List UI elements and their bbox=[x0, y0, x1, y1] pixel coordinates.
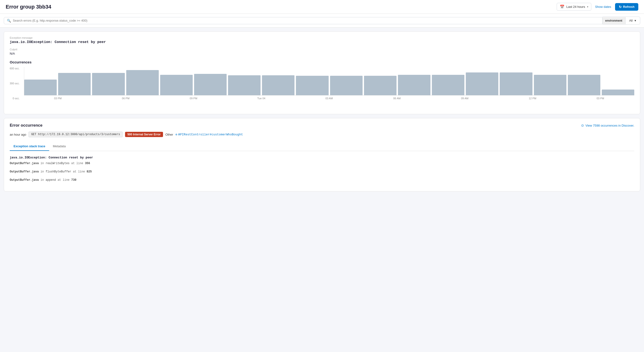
occurrence-card: Error occurrence ⊙ View 7598 occurrences… bbox=[4, 118, 640, 191]
error-badge: 500 Internal Server Error bbox=[125, 132, 163, 137]
view-in-discover-label: View 7598 occurrences in Discover. bbox=[586, 124, 634, 127]
environment-filter: environment All ▾ bbox=[602, 17, 640, 25]
occurrence-meta: an hour ago GET http://172.19.0.12:3000/… bbox=[10, 132, 634, 137]
chart-bar bbox=[296, 76, 328, 95]
chart-bar bbox=[262, 75, 294, 95]
refresh-icon: ↻ bbox=[619, 5, 622, 9]
chart-bar bbox=[602, 90, 634, 95]
chart-bar bbox=[92, 73, 124, 95]
exception-message-value: java.io.IOException: Connection reset by… bbox=[10, 40, 634, 44]
chart-bar bbox=[194, 74, 226, 95]
x-label: 12 PM bbox=[498, 97, 566, 100]
stack-method-1: realWriteBytes bbox=[46, 162, 70, 165]
other-label: Other bbox=[166, 133, 173, 136]
stack-linenum-3: 730 bbox=[71, 178, 76, 182]
x-label: 03 AM bbox=[295, 97, 363, 100]
page-title: Error group 3bb34 bbox=[6, 4, 553, 10]
tabs: Exception stack trace Metadata bbox=[10, 142, 634, 151]
chart-bar bbox=[126, 70, 159, 95]
y-label-low: 0 occ. bbox=[12, 97, 20, 100]
stack-file-1: OutputBuffer.java bbox=[10, 162, 39, 165]
chart-bar bbox=[432, 75, 464, 95]
chart-bar bbox=[330, 76, 362, 95]
controller-link[interactable]: ⚙ APIRestController#customerWhoBought bbox=[175, 133, 243, 136]
chart-bar bbox=[58, 73, 91, 95]
environment-select[interactable]: All ▾ bbox=[626, 17, 640, 24]
header-controls: 📅 Last 24 hours ▾ Show dates ↻ Refresh bbox=[557, 3, 638, 11]
chart-x-labels: 03 PM06 PM09 PMTue 0403 AM06 AM09 AM12 P… bbox=[24, 97, 634, 100]
chart-bar bbox=[500, 73, 532, 95]
culprit-label: Culprit bbox=[10, 48, 634, 51]
stack-method-2: flushByteBuffer bbox=[46, 170, 71, 173]
x-label: 06 AM bbox=[363, 97, 431, 100]
chart-bar bbox=[228, 75, 260, 95]
search-bar-container: 🔍 environment All ▾ bbox=[0, 14, 644, 28]
time-picker-label: Last 24 hours bbox=[566, 5, 585, 9]
stack-line-3: OutputBuffer.java in append at line 730 bbox=[10, 178, 634, 182]
x-label: 03 PM bbox=[24, 97, 92, 100]
refresh-label: Refresh bbox=[623, 5, 634, 9]
search-input-wrapper: 🔍 bbox=[4, 17, 602, 24]
exception-message-label: Exception message bbox=[10, 36, 634, 39]
chart-y-axis: 600 occ. 300 occ. 0 occ. bbox=[10, 67, 22, 100]
stack-line-1: OutputBuffer.java in realWriteBytes at l… bbox=[10, 161, 634, 166]
page-header: Error group 3bb34 📅 Last 24 hours ▾ Show… bbox=[0, 0, 644, 14]
y-label-high: 600 occ. bbox=[10, 67, 20, 70]
stack-line-2: OutputBuffer.java in flushByteBuffer at … bbox=[10, 170, 634, 174]
controller-name: APIRestController#customerWhoBought bbox=[178, 133, 243, 136]
stack-trace: java.io.IOException: Connection reset by… bbox=[10, 156, 634, 183]
x-label: 06 PM bbox=[92, 97, 160, 100]
culprit-value: N/A bbox=[10, 52, 634, 55]
x-label: 03 PM bbox=[566, 97, 634, 100]
request-badge: GET http://172.19.0.12:3000/api/products… bbox=[28, 132, 122, 137]
x-label: Tue 04 bbox=[227, 97, 295, 100]
view-in-discover-link[interactable]: ⊙ View 7598 occurrences in Discover. bbox=[581, 124, 634, 127]
calendar-icon: 📅 bbox=[560, 5, 564, 9]
tab-exception-stack-trace[interactable]: Exception stack trace bbox=[10, 142, 49, 151]
chart-bars bbox=[24, 67, 634, 96]
occurrences-title: Occurrences bbox=[10, 60, 634, 64]
refresh-button[interactable]: ↻ Refresh bbox=[615, 3, 638, 11]
stack-exception-title: java.io.IOException: Connection reset by… bbox=[10, 156, 634, 159]
stack-linenum-1: 356 bbox=[85, 162, 90, 165]
stack-linenum-2: 825 bbox=[86, 170, 92, 173]
environment-chevron-icon: ▾ bbox=[634, 19, 636, 22]
chevron-down-icon: ▾ bbox=[587, 6, 588, 8]
stack-method-3: append bbox=[46, 178, 56, 182]
link-icon: ⚙ bbox=[175, 133, 177, 136]
search-input[interactable] bbox=[13, 19, 600, 22]
search-icon: 🔍 bbox=[7, 19, 11, 23]
occurrence-title: Error occurrence bbox=[10, 123, 42, 128]
chart-bar bbox=[466, 73, 498, 95]
environment-selected-value: All bbox=[629, 19, 632, 22]
occurrence-header: Error occurrence ⊙ View 7598 occurrences… bbox=[10, 123, 634, 128]
stack-file-2: OutputBuffer.java bbox=[10, 170, 39, 173]
exception-card: Exception message java.io.IOException: C… bbox=[4, 31, 640, 114]
tab-metadata[interactable]: Metadata bbox=[49, 142, 70, 151]
time-picker[interactable]: 📅 Last 24 hours ▾ bbox=[557, 3, 591, 11]
show-dates-button[interactable]: Show dates bbox=[594, 4, 612, 10]
time-ago: an hour ago bbox=[10, 133, 26, 136]
chart-bar bbox=[398, 75, 430, 95]
chart-bar bbox=[534, 75, 566, 95]
chart-bar bbox=[160, 75, 193, 95]
x-label: 09 PM bbox=[160, 97, 228, 100]
stack-file-3: OutputBuffer.java bbox=[10, 178, 39, 182]
y-label-mid: 300 occ. bbox=[10, 82, 20, 85]
occurrences-chart: 600 occ. 300 occ. 0 occ. 03 PM06 PM09 PM… bbox=[10, 67, 634, 109]
main-content: Exception message java.io.IOException: C… bbox=[0, 28, 644, 195]
environment-filter-label: environment bbox=[602, 17, 626, 24]
x-label: 09 AM bbox=[431, 97, 499, 100]
chart-bar bbox=[24, 80, 57, 95]
chart-bar bbox=[568, 75, 600, 95]
chart-bar bbox=[364, 76, 396, 95]
discover-icon: ⊙ bbox=[581, 124, 584, 127]
